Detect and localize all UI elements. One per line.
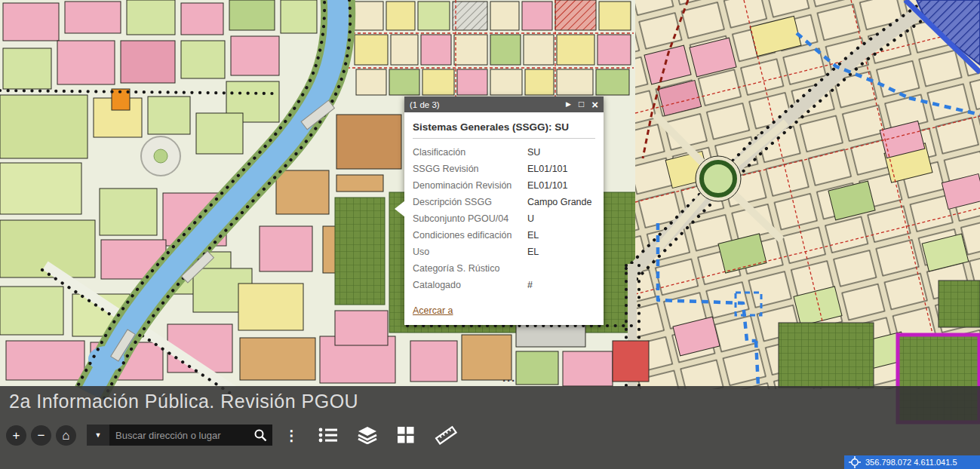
field-label: Clasificación: [413, 144, 527, 161]
app-title: 2a Información Pública. Revisión PGOU: [9, 391, 358, 412]
field-value: EL: [527, 247, 539, 257]
field-label: Catalogado: [413, 277, 527, 293]
basemap-gallery-button[interactable]: [397, 426, 415, 444]
zoom-in-button[interactable]: +: [6, 425, 26, 446]
minus-icon: −: [38, 425, 45, 446]
field-value: EL01/101: [527, 180, 568, 191]
attribution-toggle[interactable]: ···: [502, 374, 516, 387]
field-row: Descripción SSGGCampo Grande: [413, 194, 595, 210]
chevron-down-icon: ▼: [95, 431, 102, 439]
field-value: EL01/101: [527, 164, 568, 174]
layers-icon: [358, 426, 377, 444]
field-row: ClasificaciónSU: [413, 144, 595, 161]
search-button[interactable]: [248, 425, 272, 446]
coordinates-text: 356.798.072 4.611.041.5: [865, 458, 957, 467]
legend-icon: [318, 427, 338, 443]
search-icon: [253, 428, 268, 443]
field-row: SSGG RevisiónEL01/101: [413, 161, 595, 177]
search-dropdown-button[interactable]: ▼: [87, 425, 109, 446]
field-value: U: [527, 213, 534, 224]
feature-popup: (1 de 3) ▶ □ × Sistemas Generales (SSGG)…: [404, 97, 604, 325]
field-row: Catalogado#: [413, 277, 595, 293]
field-label: SSGG Revisión: [413, 161, 527, 177]
field-label: Descripción SSGG: [413, 194, 527, 210]
field-row: UsoEL: [413, 244, 595, 260]
field-label: Subconjunto PGOU/04: [413, 210, 527, 227]
zoom-out-button[interactable]: −: [31, 425, 51, 446]
field-value: SU: [527, 147, 540, 158]
popup-pager: (1 de 3): [410, 100, 566, 109]
toolbar: + − ⌂ ▼ ⋮: [6, 423, 457, 447]
home-icon: ⌂: [62, 425, 69, 446]
plus-icon: +: [13, 425, 20, 446]
field-row: Denominación RevisiónEL01/101: [413, 177, 595, 194]
legend-button[interactable]: [318, 427, 338, 443]
field-label: Condiciones edificación: [413, 227, 527, 244]
field-row: Condiciones edificaciónEL: [413, 227, 595, 244]
home-button[interactable]: ⌂: [56, 425, 76, 446]
overflow-menu-button[interactable]: ⋮: [284, 427, 299, 444]
popup-body: Sistemas Generales (SSGG): SU Clasificac…: [404, 112, 604, 325]
layers-button[interactable]: [358, 426, 377, 444]
field-label: Categoría S. Rústico: [413, 260, 527, 277]
search-box: ▼: [87, 425, 272, 446]
popup-pointer: [395, 201, 405, 217]
bottom-bar: 2a Información Pública. Revisión PGOU + …: [0, 386, 980, 469]
basemap-grid-icon: [397, 426, 415, 444]
field-label: Uso: [413, 244, 527, 260]
field-value: #: [527, 280, 533, 290]
zoom-to-link[interactable]: Acercar a: [413, 305, 453, 316]
next-feature-icon[interactable]: ▶: [566, 101, 571, 108]
field-row: Categoría S. Rústico: [413, 260, 595, 277]
popup-title: Sistemas Generales (SSGG): SU: [413, 118, 595, 138]
field-value: EL: [527, 230, 539, 241]
crosshair-icon[interactable]: [849, 456, 861, 468]
coordinates-bar: 356.798.072 4.611.041.5: [844, 455, 980, 469]
close-icon[interactable]: ×: [591, 99, 598, 110]
measure-button[interactable]: [435, 425, 457, 445]
tool-icons: ⋮: [284, 425, 457, 445]
field-row: Subconjunto PGOU/04U: [413, 210, 595, 227]
search-input[interactable]: [109, 425, 248, 446]
field-label: Denominación Revisión: [413, 177, 527, 194]
measure-ruler-icon: [435, 425, 457, 445]
field-value: Campo Grande: [527, 197, 591, 207]
popup-header[interactable]: (1 de 3) ▶ □ ×: [404, 97, 604, 112]
kebab-icon: ⋮: [284, 427, 299, 444]
maximize-icon[interactable]: □: [579, 100, 584, 109]
